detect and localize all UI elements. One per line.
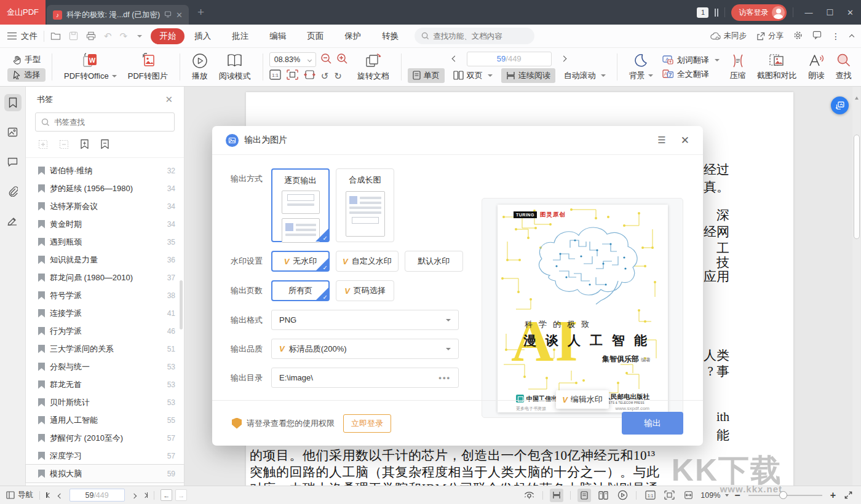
play-button[interactable]: 播放 bbox=[186, 53, 213, 82]
bookmark-item[interactable]: 通用人工智能 55 bbox=[26, 411, 184, 429]
bookmark-item[interactable]: 梦的延续 (1956—1980) 34 bbox=[26, 179, 184, 197]
bookmark-item[interactable]: 分裂与统一 53 bbox=[26, 358, 184, 376]
fit-page-icon[interactable] bbox=[662, 489, 676, 502]
single-page-icon[interactable] bbox=[577, 489, 591, 502]
bookmark-item[interactable]: 群龙无首 53 bbox=[26, 376, 184, 393]
tab-edit[interactable]: 编辑 bbox=[269, 31, 286, 42]
output-quality-select[interactable]: V 标清品质(200%) bbox=[271, 339, 459, 359]
bookmarks-panel-icon[interactable] bbox=[4, 94, 22, 111]
bookmark-item[interactable]: 三大学派间的关系 51 bbox=[26, 340, 184, 358]
rotate-left-icon[interactable]: ↺ bbox=[321, 71, 329, 81]
bookmark-item[interactable]: 符号学派 38 bbox=[26, 286, 184, 304]
app-tab[interactable]: 金山PDF bbox=[0, 0, 46, 25]
close-window-button[interactable]: ✕ bbox=[847, 8, 854, 17]
edit-watermark-button[interactable]: V 编辑水印 bbox=[556, 390, 609, 409]
collapse-toolbar-icon[interactable] bbox=[850, 32, 854, 41]
document-tab[interactable]: ♪ 科学的极致: 漫...df (已加密) ✕ bbox=[47, 5, 189, 25]
pin-tab-icon[interactable] bbox=[164, 10, 172, 20]
find-button[interactable]: 查找 bbox=[830, 53, 857, 81]
next-page-icon[interactable] bbox=[560, 56, 566, 62]
fit-width-icon[interactable] bbox=[304, 69, 315, 82]
rotate-right-icon[interactable]: ↻ bbox=[334, 71, 342, 81]
first-page-button[interactable] bbox=[46, 492, 51, 498]
screenshot-compare-button[interactable]: 截图和对比 bbox=[752, 53, 803, 81]
pdf-to-office-button[interactable]: W PDF转Office bbox=[58, 52, 122, 82]
minimize-button[interactable]: — bbox=[804, 8, 812, 17]
file-menu[interactable]: 文件 bbox=[7, 31, 38, 42]
single-page-mode-button[interactable]: 单页 bbox=[408, 68, 445, 83]
next-page-button[interactable] bbox=[132, 490, 136, 500]
undo-icon[interactable]: ↶ bbox=[104, 31, 112, 42]
thumbnails-panel-icon[interactable] bbox=[4, 124, 22, 141]
open-file-icon[interactable] bbox=[50, 31, 61, 41]
actual-size-icon[interactable]: 1:1 bbox=[269, 69, 281, 82]
function-search[interactable] bbox=[415, 28, 534, 44]
bookmark-item[interactable]: 群龙问鼎 (1980—2010) 37 bbox=[26, 269, 184, 286]
quick-convert-floating-button[interactable] bbox=[831, 96, 849, 114]
last-page-button[interactable] bbox=[143, 492, 148, 498]
function-search-input[interactable] bbox=[433, 32, 525, 41]
history-back-button[interactable]: ← bbox=[161, 489, 172, 501]
continuous-mode-icon[interactable] bbox=[550, 489, 563, 502]
history-forward-button[interactable]: → bbox=[175, 489, 187, 501]
save-icon[interactable] bbox=[69, 31, 78, 41]
new-tab-button[interactable]: + bbox=[197, 6, 204, 19]
bookmark-item[interactable]: 遇到瓶颈 35 bbox=[26, 233, 184, 251]
bookmark-item[interactable]: 深度学习 57 bbox=[26, 447, 184, 465]
zoom-in-icon[interactable] bbox=[336, 53, 348, 66]
attachments-panel-icon[interactable] bbox=[4, 183, 22, 200]
bookmark-item[interactable]: 模拟大脑 59 bbox=[26, 465, 184, 482]
tab-annotate[interactable]: 批注 bbox=[232, 31, 248, 42]
fit-page-icon[interactable] bbox=[287, 69, 298, 82]
bookmark-item[interactable]: 梦醒何方 (2010至今) 57 bbox=[26, 429, 184, 447]
browse-folder-button[interactable]: ••• bbox=[438, 373, 451, 382]
tab-home[interactable]: 开始 bbox=[151, 28, 184, 44]
word-translate-button[interactable]: A 划词翻译 bbox=[662, 55, 720, 66]
tab-page[interactable]: 页面 bbox=[307, 31, 323, 42]
scrollbar-thumb[interactable] bbox=[854, 135, 860, 239]
bookmark-item[interactable]: 贝叶斯统计 53 bbox=[26, 393, 184, 411]
more-options-icon[interactable]: ⋮ bbox=[831, 31, 840, 41]
document-scrollbar[interactable] bbox=[852, 87, 860, 486]
export-button[interactable]: 输出 bbox=[622, 412, 683, 435]
eye-protection-icon[interactable] bbox=[522, 489, 536, 502]
zoom-level-input[interactable]: 08.83% bbox=[269, 52, 316, 67]
tab-convert[interactable]: 转换 bbox=[382, 31, 399, 42]
bookmark-search-input[interactable] bbox=[54, 118, 159, 127]
mode-per-page-card[interactable]: 逐页输出 bbox=[271, 168, 330, 242]
maximize-button[interactable]: ☐ bbox=[826, 8, 833, 17]
read-aloud-button[interactable]: 朗读 bbox=[803, 53, 830, 81]
scroll-up-icon[interactable] bbox=[855, 96, 859, 100]
select-tool-button[interactable]: 选择 bbox=[7, 68, 46, 82]
bookmark-item[interactable]: 行为学派 46 bbox=[26, 322, 184, 340]
comments-panel-icon[interactable] bbox=[4, 153, 22, 170]
output-directory-input[interactable]: E:\image\ ••• bbox=[271, 368, 459, 388]
rotate-document-button[interactable]: 旋转文档 bbox=[352, 53, 395, 82]
double-page-mode-button[interactable]: 双页 bbox=[448, 68, 498, 83]
mode-long-image-card[interactable]: 合成长图 bbox=[336, 168, 394, 242]
tab-insert[interactable]: 插入 bbox=[194, 31, 211, 42]
collapse-all-icon[interactable] bbox=[59, 140, 69, 151]
print-icon[interactable] bbox=[86, 31, 96, 41]
compress-button[interactable]: 压缩 bbox=[724, 53, 752, 81]
output-format-select[interactable]: PNG bbox=[271, 310, 459, 330]
redo-icon[interactable]: ↷ bbox=[120, 31, 128, 42]
fit-width-icon[interactable] bbox=[681, 489, 695, 502]
close-tab-icon[interactable]: ✕ bbox=[176, 10, 183, 20]
auto-scroll-button[interactable]: 自动滚动 bbox=[559, 68, 611, 83]
sync-status[interactable]: 未同步 bbox=[710, 31, 747, 41]
bookmark-item[interactable]: 连接学派 41 bbox=[26, 304, 184, 322]
bookmark-item[interactable]: 达特茅斯会议 34 bbox=[26, 197, 184, 215]
dialog-menu-icon[interactable]: ☰ bbox=[657, 135, 665, 146]
watermark-default-button[interactable]: 默认水印 bbox=[405, 251, 463, 272]
continuous-read-button[interactable]: 连续阅读 bbox=[501, 68, 555, 83]
previous-page-button[interactable] bbox=[58, 490, 62, 500]
navigation-toggle[interactable]: 导航 bbox=[6, 490, 33, 500]
guest-login-button[interactable]: 访客登录 bbox=[731, 4, 787, 21]
play-slideshow-icon[interactable] bbox=[616, 489, 629, 502]
panel-scrollbar[interactable] bbox=[180, 280, 183, 329]
watermark-custom-button[interactable]: V 自定义水印 bbox=[336, 251, 399, 272]
signature-panel-icon[interactable] bbox=[4, 212, 22, 229]
settings-gear-icon[interactable] bbox=[793, 31, 803, 42]
read-mode-button[interactable]: 阅读模式 bbox=[213, 53, 256, 82]
